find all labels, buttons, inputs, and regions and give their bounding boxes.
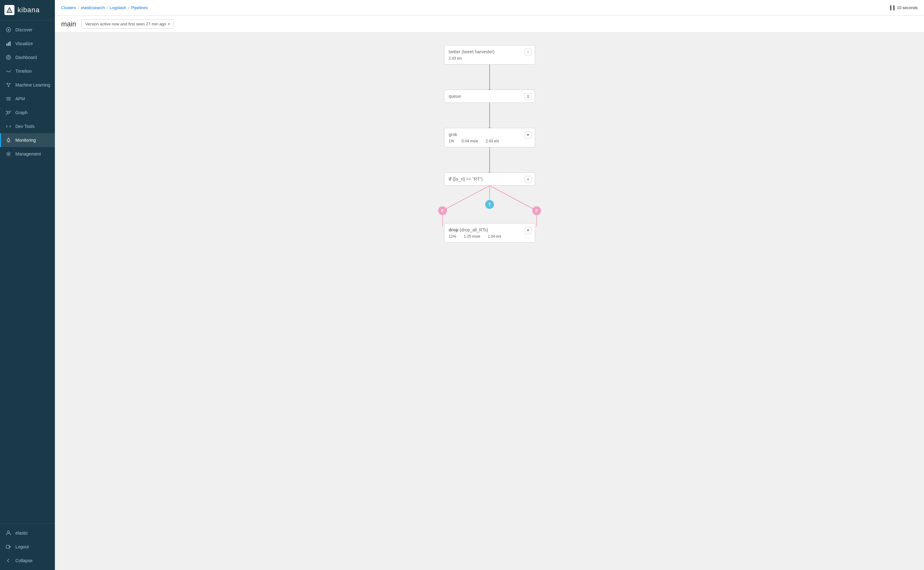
node-drop-filter-btn[interactable]: ▼ [525, 227, 532, 234]
version-label: Version active now and first seen 27 min… [85, 21, 166, 26]
page-header: main Version active now and first seen 2… [55, 16, 924, 32]
sidebar-item-label-apm: APM [15, 96, 25, 101]
node-drop: drop (drop_all_RTs) 11% 1.25 ms/e 1.04 e… [444, 223, 535, 243]
user-icon [5, 530, 12, 536]
sidebar-item-discover[interactable]: Discover [0, 23, 55, 37]
sidebar-item-label-dashboard: Dashboard [15, 55, 37, 60]
sidebar-item-collapse[interactable]: Collapse [0, 554, 55, 567]
sidebar-item-management[interactable]: Management [0, 147, 55, 161]
node-if-btn[interactable]: ¥ [525, 176, 532, 183]
sidebar-item-user[interactable]: elastic [0, 526, 55, 540]
branch-area: T F F drop (drop_al [396, 185, 584, 243]
svg-line-33 [490, 185, 537, 211]
node-twitter-name: twitter [449, 49, 460, 54]
node-drop-subtitle: (drop_all_RTs) [460, 227, 488, 232]
pause-button[interactable] [890, 5, 895, 10]
svg-point-21 [10, 111, 11, 112]
kibana-logo-icon [5, 5, 14, 15]
svg-rect-5 [8, 42, 9, 46]
sidebar-collapse-label: Collapse [15, 558, 32, 563]
svg-text:T: T [488, 202, 491, 207]
pipeline-container: twitter (tweet harvester) 2.43 e/s I que… [68, 45, 912, 327]
sidebar-item-dashboard[interactable]: Dashboard [0, 51, 55, 64]
breadcrumb-sep-1: / [78, 5, 79, 10]
node-if-title: if ([is_rt] == "RT") [449, 176, 530, 182]
node-if: if ([is_rt] == "RT") ¥ [444, 172, 535, 185]
apm-icon [5, 96, 12, 102]
node-grok-filter-btn[interactable]: ▼ [525, 131, 532, 138]
management-icon [5, 151, 12, 157]
sidebar-item-label-management: Management [15, 152, 41, 156]
node-drop-title: drop (drop_all_RTs) [449, 227, 530, 232]
svg-point-8 [8, 57, 9, 58]
svg-line-32 [442, 185, 490, 211]
node-grok-pct: 1% [449, 139, 454, 143]
node-grok-ms: 0.04 ms/e [462, 139, 478, 143]
node-drop-stats: 11% 1.25 ms/e 1.04 e/s [449, 234, 530, 239]
node-if-condition: ([is_rt] == "RT") [453, 176, 483, 182]
sidebar-item-label-visualize: Visualize [15, 41, 33, 46]
node-twitter-eps: 2.43 e/s [449, 56, 462, 61]
sidebar-nav: Discover Visualize Dashboard Timelion [0, 20, 55, 523]
breadcrumb-clusters[interactable]: Clusters [61, 5, 76, 10]
node-twitter: twitter (tweet harvester) 2.43 e/s I [444, 45, 535, 64]
breadcrumb-logstash[interactable]: Logstash [110, 5, 126, 10]
visualize-icon [5, 40, 12, 47]
machine-learning-icon [5, 82, 12, 88]
node-grok-stats: 1% 0.04 ms/e 2.43 e/s [449, 139, 530, 143]
sidebar-item-monitoring[interactable]: Monitoring [0, 133, 55, 147]
sidebar-item-apm[interactable]: APM [0, 92, 55, 106]
devtools-icon [5, 123, 12, 129]
node-grok: grok 1% 0.04 ms/e 2.43 e/s ▼ [444, 128, 535, 147]
sidebar-item-visualize[interactable]: Visualize [0, 37, 55, 51]
sidebar-item-machine-learning[interactable]: Machine Learning [0, 78, 55, 92]
breadcrumb-pipelines: Pipelines [131, 5, 148, 10]
monitoring-icon [5, 137, 12, 143]
sidebar: kibana Discover Visualize Dashboard [0, 0, 55, 570]
pause-bar-1 [890, 5, 892, 10]
collapse-icon [5, 558, 12, 564]
kibana-logo-text: kibana [18, 6, 40, 14]
node-twitter-title: twitter (tweet harvester) [449, 49, 530, 54]
node-drop-eps: 1.04 e/s [488, 234, 501, 239]
branch-svg: T F F [396, 185, 584, 226]
svg-rect-4 [6, 44, 8, 46]
timelion-icon [5, 68, 12, 74]
sidebar-user-label: elastic [15, 530, 28, 536]
sidebar-item-logout[interactable]: Logout [0, 540, 55, 554]
svg-point-22 [6, 113, 7, 115]
version-chevron-icon: ▾ [168, 22, 170, 26]
node-drop-name: drop [449, 227, 459, 232]
sidebar-item-label-graph: Graph [15, 110, 28, 115]
sidebar-item-label-ml: Machine Learning [15, 83, 50, 87]
node-queue-menu-btn[interactable]: ☰ [525, 93, 532, 100]
node-twitter-info-btn[interactable]: I [525, 49, 532, 55]
svg-line-14 [7, 84, 8, 86]
sidebar-item-graph[interactable]: Graph [0, 106, 55, 120]
graph-icon [5, 109, 12, 116]
node-if-keyword: if [449, 176, 452, 182]
node-twitter-subtitle: (tweet harvester) [462, 49, 494, 54]
node-queue: queue ☰ [444, 90, 535, 103]
sidebar-logout-label: Logout [15, 544, 29, 549]
node-grok-title: grok [449, 132, 530, 137]
svg-text:F: F [441, 209, 444, 213]
svg-point-27 [8, 153, 9, 155]
breadcrumb-elasticsearch[interactable]: elasticsearch [81, 5, 105, 10]
node-drop-ms: 1.25 ms/e [464, 234, 480, 239]
node-grok-name: grok [449, 132, 457, 137]
discover-icon [5, 27, 12, 33]
version-dropdown[interactable]: Version active now and first seen 27 min… [81, 20, 174, 29]
dashboard-icon [5, 54, 12, 61]
sidebar-item-timelion[interactable]: Timelion [0, 64, 55, 78]
logout-icon [5, 544, 12, 550]
sidebar-item-label-monitoring: Monitoring [15, 138, 36, 142]
refresh-interval: 10 seconds [897, 5, 918, 10]
svg-point-19 [8, 112, 9, 113]
breadcrumb: Clusters / elasticsearch / Logstash / Pi… [61, 5, 148, 10]
logo-area[interactable]: kibana [0, 0, 55, 20]
sidebar-item-devtools[interactable]: Dev Tools [0, 120, 55, 133]
svg-point-28 [8, 531, 10, 533]
pipeline-canvas: twitter (tweet harvester) 2.43 e/s I que… [55, 32, 924, 570]
svg-line-15 [8, 84, 10, 86]
